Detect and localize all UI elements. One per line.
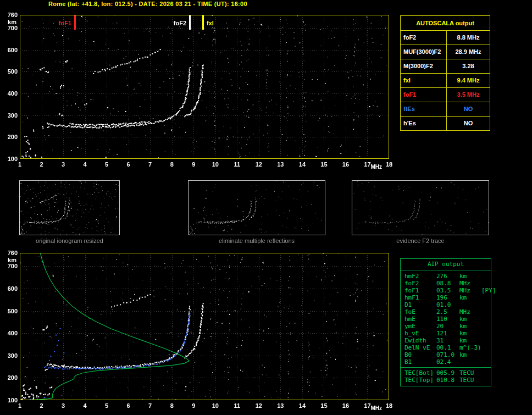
aip-row-name: TEC[Bot] <box>404 369 436 377</box>
aip-row-value: 276 <box>436 273 459 280</box>
autoscala-row-label: h'Es <box>401 117 447 130</box>
thumbnail-cleaned-ionogram <box>188 180 325 235</box>
aip-row-name: B1 <box>404 358 436 366</box>
scaled-ionogram-plot <box>3 10 399 181</box>
autoscala-row: foF28.8 MHz <box>401 31 490 45</box>
autoscala-row-value: 9.4 MHz <box>447 74 490 87</box>
aip-row: hmF1196km <box>401 294 491 301</box>
autoscala-row: fxI9.4 MHz <box>401 74 490 88</box>
autoscala-panel-title: AUTOSCALA output <box>401 16 490 31</box>
aip-row-unit: TECU <box>459 377 481 384</box>
thumbnail-cleaned-canvas <box>189 181 325 235</box>
aip-row-unit: MHz <box>459 308 481 316</box>
autoscala-row: M(3000)F23.28 <box>401 59 490 74</box>
autoscala-row-label: foF1 <box>401 88 447 102</box>
aip-row-note <box>481 294 491 301</box>
aip-tec-rows: TEC[Bot]005.9TECUTEC[Top]010.8TECU <box>401 367 491 386</box>
aip-row-unit: MHz <box>459 287 481 294</box>
aip-row-name: D1 <box>404 301 436 308</box>
aip-row-unit: m^(-3) <box>459 344 481 351</box>
autoscala-row-label: M(3000)F2 <box>401 59 447 73</box>
aip-row-name: hmF1 <box>404 294 436 301</box>
autoscala-row: h'EsNO <box>401 117 490 130</box>
aip-output-panel: AIP output hmF2276kmfoF208.8MHzfoF103.5M… <box>400 258 491 386</box>
aip-row: TEC[Top]010.8TECU <box>401 377 491 384</box>
aip-row-name: foE <box>404 308 436 316</box>
aip-row: DelN_vE00.1m^(-3) <box>401 344 491 351</box>
aip-row-value: 01.0 <box>436 301 459 308</box>
autoscala-row-value: NO <box>447 102 490 116</box>
aip-row-note <box>481 358 491 366</box>
autoscala-row: foF13.5 MHz <box>401 88 490 102</box>
autoscala-row-label: ftEs <box>401 102 447 116</box>
aip-row-unit: km <box>459 294 481 301</box>
aip-row: foF208.8MHz <box>401 280 491 287</box>
aip-row-note <box>481 316 491 323</box>
aip-row-value: 2.5 <box>436 308 459 316</box>
aip-row: foF103.5MHz[PY] <box>401 287 491 294</box>
aip-row-note <box>481 369 491 377</box>
autoscala-row-value: 3.5 MHz <box>447 88 490 102</box>
autoscala-row: MUF(3000)F228.9 MHz <box>401 45 490 59</box>
aip-row-value: 010.8 <box>436 377 459 384</box>
autoscala-row-label: MUF(3000)F2 <box>401 45 447 59</box>
aip-row-note <box>481 344 491 351</box>
aip-row-unit: km <box>459 323 481 330</box>
aip-row: hmF2276km <box>401 273 491 280</box>
aip-row-unit: km <box>459 351 481 358</box>
thumbnail-caption-cleaned: eliminate multiple reflections <box>188 237 325 244</box>
aip-row-name: B0 <box>404 351 436 358</box>
aip-row-name: TEC[Top] <box>404 377 436 384</box>
autoscala-row: ftEsNO <box>401 102 490 117</box>
autoscala-rows: foF28.8 MHzMUF(3000)F228.9 MHzM(3000)F23… <box>401 31 490 130</box>
aip-row: hmE110km <box>401 316 491 323</box>
aip-row: h_vE121km <box>401 330 491 337</box>
aip-row-unit: km <box>459 330 481 337</box>
aip-row-unit: km <box>459 316 481 323</box>
thumbnail-f2-trace <box>352 180 489 235</box>
autoscala-row-label: foF2 <box>401 31 447 45</box>
thumbnail-original-ionogram <box>19 180 120 235</box>
aip-row-note <box>481 323 491 330</box>
aip-row-note <box>481 273 491 280</box>
aip-row-value: 071.0 <box>436 351 459 358</box>
aip-row-value: 02.4 <box>436 358 459 366</box>
aip-row-value: 08.8 <box>436 280 459 287</box>
aip-row-name: foF2 <box>404 280 436 287</box>
aip-row-note <box>481 330 491 337</box>
aip-row-value: 00.1 <box>436 344 459 351</box>
aip-row: B0071.0km <box>401 351 491 358</box>
autoscala-row-value: 3.28 <box>447 59 490 73</box>
thumbnail-caption-original: original ionogram resized <box>19 237 120 244</box>
aip-row-name: hmF2 <box>404 273 436 280</box>
aip-row-unit: km <box>459 337 481 344</box>
aip-row-name: Ewidth <box>404 337 436 344</box>
thumbnail-original-canvas <box>20 181 119 235</box>
aip-row-note <box>481 308 491 316</box>
aip-row-note <box>481 377 491 384</box>
aip-row-note <box>481 337 491 344</box>
aip-row: Ewidth31km <box>401 337 491 344</box>
thumbnail-f2-canvas <box>352 181 489 235</box>
aip-row: ymE20km <box>401 323 491 330</box>
inverted-ionogram-plot <box>3 248 399 415</box>
autoscala-row-label: fxI <box>401 74 447 87</box>
aip-row-name: hmE <box>404 316 436 323</box>
aip-row-value: 03.5 <box>436 287 459 294</box>
aip-row-note <box>481 351 491 358</box>
aip-row-name: ymE <box>404 323 436 330</box>
aip-row-unit <box>459 358 481 366</box>
aip-row-name: DelN_vE <box>404 344 436 351</box>
aip-row-value: 005.9 <box>436 369 459 377</box>
autoscala-row-value: 28.9 MHz <box>447 45 490 59</box>
aip-row-value: 31 <box>436 337 459 344</box>
aip-row-unit: MHz <box>459 280 481 287</box>
page-title: Rome (lat: +41.8, lon: 012.5) - DATE: 20… <box>48 1 247 7</box>
aip-row-unit: TECU <box>459 369 481 377</box>
aip-row: foE2.5MHz <box>401 308 491 316</box>
aip-row-note <box>481 280 491 287</box>
autoscala-screen: Rome (lat: +41.8, lon: 012.5) - DATE: 20… <box>0 0 532 415</box>
aip-row-note: [PY] <box>481 287 496 294</box>
aip-row-value: 20 <box>436 323 459 330</box>
thumbnail-caption-f2: evidence F2 trace <box>352 237 489 244</box>
